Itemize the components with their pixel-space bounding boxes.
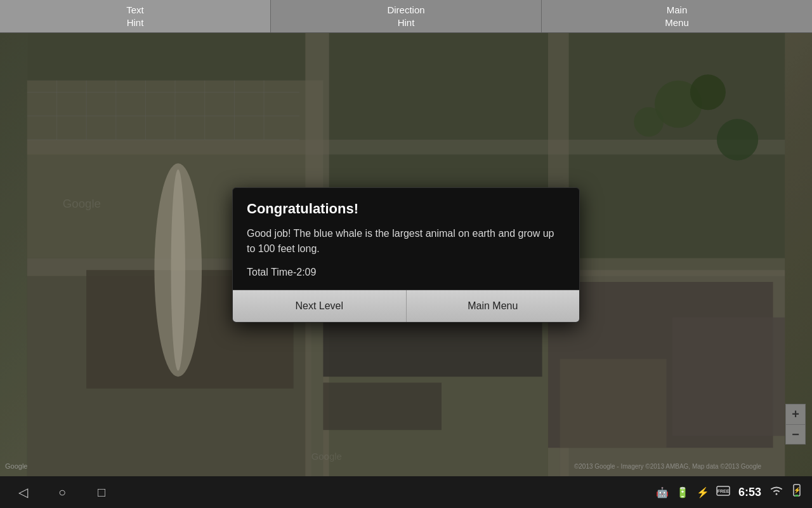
text-hint-line1: Text (126, 4, 144, 17)
charging-icon: ⚡ (789, 484, 804, 500)
recent-icon: □ (98, 485, 105, 499)
status-bar-right: 🤖 🔋 ⚡ FREE 6:53 ⚡ (655, 484, 812, 500)
navigation-bar: ◁ ○ □ 🤖 🔋 ⚡ FREE 6:53 (0, 476, 812, 508)
main-menu-line1: Main (667, 4, 688, 17)
dialog-buttons: Next Level Main Menu (233, 290, 579, 322)
toolbar: Text Hint Direction Hint Main Menu (0, 0, 812, 33)
direction-hint-button[interactable]: Direction Hint (271, 0, 542, 32)
dialog-time: Total Time-2:09 (247, 267, 565, 278)
main-menu-line2: Menu (665, 17, 689, 29)
svg-text:⚡: ⚡ (794, 486, 801, 494)
nav-buttons: ◁ ○ □ (0, 485, 655, 500)
battery-icon: 🔋 (675, 486, 690, 498)
next-level-button[interactable]: Next Level (233, 290, 407, 322)
text-hint-line2: Hint (127, 17, 144, 29)
clock: 6:53 (738, 486, 761, 499)
direction-hint-line1: Direction (387, 4, 424, 17)
dialog-overlay: Congratulations! Good job! The blue whal… (0, 33, 812, 476)
wifi-icon (769, 485, 784, 499)
talk-free-icon: FREE (716, 485, 731, 499)
dialog-body: Congratulations! Good job! The blue whal… (233, 188, 579, 290)
direction-hint-line2: Hint (398, 17, 415, 29)
svg-rect-38 (795, 495, 799, 497)
back-icon: ◁ (18, 485, 28, 499)
dialog-message: Good job! The blue whale is the largest … (247, 226, 565, 257)
text-hint-button[interactable]: Text Hint (0, 0, 271, 32)
main-menu-button[interactable]: Main Menu (542, 0, 812, 32)
congratulations-dialog: Congratulations! Good job! The blue whal… (232, 187, 580, 323)
home-icon: ○ (58, 485, 66, 499)
back-button[interactable]: ◁ (13, 485, 33, 500)
dialog-title: Congratulations! (247, 201, 565, 217)
home-button[interactable]: ○ (52, 485, 72, 500)
svg-text:FREE: FREE (717, 489, 730, 493)
usb-icon: ⚡ (695, 486, 710, 498)
dialog-main-menu-button[interactable]: Main Menu (407, 290, 580, 322)
android-icon: 🤖 (655, 486, 670, 498)
recent-apps-button[interactable]: □ (91, 485, 112, 500)
